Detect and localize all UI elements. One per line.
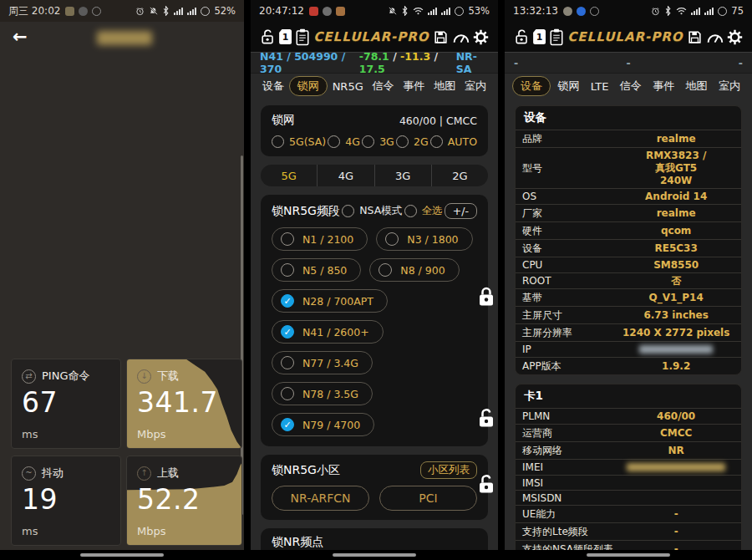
- segment-4g[interactable]: 4G: [317, 165, 373, 186]
- lock-band-title: 锁NR5G频段: [272, 204, 340, 219]
- save-icon[interactable]: [433, 29, 449, 45]
- band-n1[interactable]: N1 / 2100: [272, 227, 368, 251]
- jitter-card: ~ 抖动 19 ms: [11, 456, 121, 546]
- tab-events[interactable]: 事件: [399, 77, 429, 95]
- band-n77[interactable]: N77 / 3.4G: [272, 351, 373, 374]
- signal-icon-sim2: [187, 8, 196, 15]
- back-button[interactable]: ←: [13, 27, 28, 47]
- nsa-mode-radio[interactable]: NSA模式: [342, 204, 402, 218]
- tab-device[interactable]: 设备: [512, 76, 551, 96]
- tab-nr5g[interactable]: NR5G: [328, 79, 368, 94]
- download-unit: Mbps: [137, 428, 231, 440]
- ping-label: PING命令: [42, 369, 89, 384]
- settings-gear-icon[interactable]: [473, 29, 489, 45]
- tab-map[interactable]: 地图: [682, 77, 712, 95]
- signal-icon-sim2: [441, 8, 450, 15]
- jitter-unit: ms: [22, 525, 110, 537]
- radio-4g[interactable]: 4G: [328, 135, 360, 148]
- band-n79[interactable]: N79 / 4700: [272, 413, 374, 436]
- right-tab-bar: 设备 锁网 LTE 信令 事件 地图 室内: [505, 74, 752, 99]
- upload-label: 上载: [157, 466, 179, 481]
- tab-lte[interactable]: LTE: [587, 79, 613, 94]
- settings-gear-icon[interactable]: [727, 29, 743, 45]
- speedtest-icon[interactable]: [706, 30, 724, 44]
- upload-unit: Mbps: [137, 525, 231, 537]
- radio-3g[interactable]: 3G: [362, 135, 394, 148]
- table-row: 型号RMX3823 / 真我GT5 240W: [516, 147, 741, 188]
- table-row: CPUSM8550: [516, 257, 741, 272]
- table-row: IP: [516, 341, 741, 357]
- generation-segmented-control: 5G 4G 3G 2G: [261, 165, 488, 186]
- band-n8[interactable]: N8 / 900: [369, 258, 459, 282]
- arfcn-lock-open-icon[interactable]: [476, 473, 496, 496]
- table-row: IMEI: [516, 459, 741, 475]
- pci-input[interactable]: PCI: [379, 486, 477, 511]
- tab-map[interactable]: 地图: [429, 77, 460, 95]
- band-n78[interactable]: N78 / 3.5G: [272, 382, 373, 405]
- gesture-bar: [251, 550, 498, 560]
- sim1-icon[interactable]: 1: [533, 29, 546, 44]
- home-indicator[interactable]: [80, 553, 164, 557]
- band-list: N1 / 2100 N3 / 1800 N5 / 850 N8 / 900 N2…: [272, 227, 477, 436]
- band-n41[interactable]: N41 / 2600+: [272, 320, 384, 344]
- select-all-radio[interactable]: 全选: [404, 204, 443, 218]
- table-row: 主屏分辨率1240 X 2772 pixels: [516, 323, 741, 341]
- tab-events[interactable]: 事件: [648, 77, 678, 95]
- segment-2g[interactable]: 2G: [431, 165, 488, 186]
- lock-open-icon[interactable]: [514, 28, 530, 46]
- lock-cell-title: 锁NR5G小区: [272, 463, 340, 478]
- cell-band-arfcn-pci: N41 / 504990 / 370: [260, 50, 359, 75]
- radio-5g-sa[interactable]: 5G(SA): [272, 135, 326, 148]
- bluetooth-icon: [401, 6, 409, 16]
- home-indicator[interactable]: [587, 553, 670, 557]
- device-table-header: 设备: [516, 106, 741, 130]
- segment-5g[interactable]: 5G: [261, 165, 317, 186]
- signal-icon-sim1: [691, 8, 700, 15]
- table-row: 厂家realme: [516, 204, 741, 221]
- band-n5[interactable]: N5 / 850: [272, 258, 361, 282]
- plmn-operator: 460/00 | CMCC: [399, 115, 477, 127]
- speedtest-body: [0, 55, 244, 359]
- table-row: IMSI: [516, 475, 741, 490]
- nr-arfcn-input[interactable]: NR-ARFCN: [272, 486, 369, 511]
- table-row: 移动网络NR: [516, 441, 741, 459]
- save-icon[interactable]: [687, 29, 703, 45]
- signal-icon-sim1: [428, 8, 437, 15]
- radio-2g[interactable]: 2G: [396, 135, 429, 148]
- log-clipboard-icon[interactable]: [549, 28, 564, 46]
- home-indicator[interactable]: [333, 553, 416, 557]
- wifi-icon: [413, 7, 424, 15]
- tab-signaling[interactable]: 信令: [616, 77, 646, 95]
- tab-lock-network[interactable]: 锁网: [553, 77, 583, 95]
- upload-card: ↑ 上载 52.2 Mbps: [126, 456, 242, 546]
- cellular-pro-lock-panel: 20:47:12 53% 1 CELLULAR-PRO N41 / 504990…: [251, 0, 498, 560]
- mid-tab-bar: 设备 锁网 NR5G 信令 事件 地图 室内: [251, 74, 498, 99]
- tab-device[interactable]: 设备: [258, 77, 288, 95]
- mid-app-bar: 1 CELLULAR-PRO: [251, 22, 498, 52]
- plus-minus-button[interactable]: +/-: [445, 203, 477, 219]
- tab-signaling[interactable]: 信令: [368, 77, 399, 95]
- lock-open-icon[interactable]: [260, 28, 276, 46]
- speedtest-icon[interactable]: [452, 30, 470, 44]
- band-lock-closed-icon[interactable]: [476, 286, 496, 308]
- notification-gray-app-icon: [563, 7, 572, 16]
- signal-icon-sim1: [174, 8, 183, 15]
- lock-cell-card: 锁NR5G小区 小区列表 NR-ARFCN PCI: [261, 455, 488, 520]
- segment-3g[interactable]: 3G: [374, 165, 431, 186]
- battery-icon: [201, 7, 210, 16]
- jitter-value: 19: [22, 483, 110, 516]
- band-n28[interactable]: N28 / 700APT: [272, 289, 388, 313]
- table-row: 运营商CMCC: [516, 424, 741, 441]
- device-info-table: 设备 品牌realme 型号RMX3823 / 真我GT5 240W OSAnd…: [515, 105, 742, 375]
- log-clipboard-icon[interactable]: [295, 28, 310, 46]
- tab-indoor[interactable]: 室内: [460, 77, 490, 95]
- cell-list-button[interactable]: 小区列表: [420, 461, 477, 479]
- tab-indoor[interactable]: 室内: [714, 77, 744, 95]
- tab-lock-network[interactable]: 锁网: [289, 76, 328, 96]
- battery-icon: [455, 7, 464, 16]
- sim1-icon[interactable]: 1: [279, 29, 292, 44]
- band-n3[interactable]: N3 / 1800: [376, 227, 472, 251]
- radio-auto[interactable]: AUTO: [430, 135, 477, 148]
- cell-lock-open-icon[interactable]: [476, 407, 496, 430]
- download-card: ↓ 下载 341.7 Mbps: [126, 359, 242, 449]
